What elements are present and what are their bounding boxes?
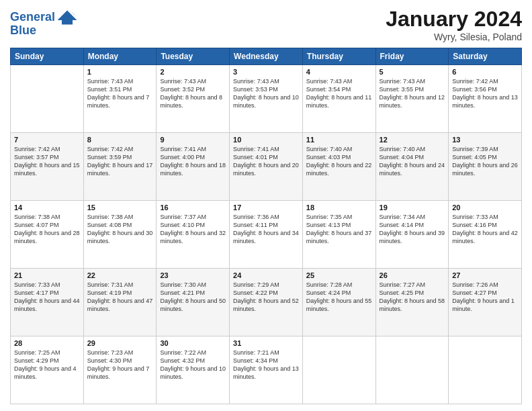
cell-3-6: 27 Sunrise: 7:26 AM Sunset: 4:27 PM Dayl… [449,269,522,336]
cell-0-3: 3 Sunrise: 7:43 AM Sunset: 3:53 PM Dayli… [230,65,303,133]
day-number: 25 [306,271,372,279]
sunrise-text: Sunrise: 7:37 AM [160,213,226,221]
sunrise-text: Sunrise: 7:42 AM [87,145,153,153]
sunset-text: Sunset: 3:53 PM [233,85,299,93]
daylight-text: Daylight: 8 hours and 52 minutes. [233,297,299,313]
sunset-text: Sunset: 4:17 PM [14,289,80,297]
cell-2-4: 18 Sunrise: 7:35 AM Sunset: 4:13 PM Dayl… [302,201,375,269]
daylight-text: Daylight: 8 hours and 15 minutes. [14,161,80,177]
sunrise-text: Sunrise: 7:40 AM [380,145,445,153]
cell-0-2: 2 Sunrise: 7:43 AM Sunset: 3:52 PM Dayli… [157,65,230,133]
sunset-text: Sunset: 4:08 PM [87,221,153,229]
day-info: Sunrise: 7:23 AM Sunset: 4:30 PM Dayligh… [87,349,153,381]
sunrise-text: Sunrise: 7:30 AM [160,281,226,289]
day-info: Sunrise: 7:36 AM Sunset: 4:11 PM Dayligh… [233,213,299,246]
cell-2-3: 17 Sunrise: 7:36 AM Sunset: 4:11 PM Dayl… [230,201,303,269]
sunrise-text: Sunrise: 7:42 AM [14,145,80,153]
daylight-text: Daylight: 8 hours and 34 minutes. [233,229,299,245]
sunset-text: Sunset: 4:01 PM [233,153,299,161]
cell-2-1: 15 Sunrise: 7:38 AM Sunset: 4:08 PM Dayl… [83,201,157,269]
sunset-text: Sunset: 4:04 PM [380,153,445,161]
header-friday: Friday [375,48,449,65]
day-info: Sunrise: 7:21 AM Sunset: 4:34 PM Dayligh… [233,349,299,381]
header-monday: Monday [83,48,157,65]
daylight-text: Daylight: 9 hours and 7 minutes. [87,365,153,381]
week-row-3: 21 Sunrise: 7:33 AM Sunset: 4:17 PM Dayl… [11,269,522,336]
cell-4-6 [449,336,522,404]
cell-4-4 [302,336,375,404]
sunrise-text: Sunrise: 7:34 AM [380,213,445,221]
sunset-text: Sunset: 3:56 PM [452,85,518,93]
day-number: 3 [233,68,299,76]
sunrise-text: Sunrise: 7:35 AM [306,213,372,221]
sunrise-text: Sunrise: 7:28 AM [306,281,372,289]
cell-4-1: 29 Sunrise: 7:23 AM Sunset: 4:30 PM Dayl… [83,336,157,404]
cell-0-0 [11,65,84,133]
day-number: 17 [233,203,299,212]
sunset-text: Sunset: 4:07 PM [14,221,80,229]
cell-1-5: 12 Sunrise: 7:40 AM Sunset: 4:04 PM Dayl… [375,133,449,201]
day-number: 5 [380,68,445,76]
sunset-text: Sunset: 4:11 PM [233,221,299,229]
daylight-text: Daylight: 8 hours and 18 minutes. [160,161,226,177]
day-number: 27 [452,271,518,279]
day-info: Sunrise: 7:35 AM Sunset: 4:13 PM Dayligh… [306,213,372,246]
daylight-text: Daylight: 8 hours and 12 minutes. [380,93,445,109]
sunset-text: Sunset: 4:13 PM [306,221,372,229]
logo-icon [56,7,78,28]
day-info: Sunrise: 7:28 AM Sunset: 4:24 PM Dayligh… [306,281,372,314]
location: Wyry, Silesia, Poland [386,32,522,42]
day-number: 28 [14,339,80,347]
sunrise-text: Sunrise: 7:43 AM [380,77,445,85]
title-block: January 2024 Wyry, Silesia, Poland [386,7,522,42]
sunrise-text: Sunrise: 7:23 AM [87,349,153,357]
sunrise-text: Sunrise: 7:26 AM [452,281,518,289]
day-number: 30 [160,339,226,347]
cell-0-4: 4 Sunrise: 7:43 AM Sunset: 3:54 PM Dayli… [302,65,375,133]
sunrise-text: Sunrise: 7:41 AM [233,145,299,153]
cell-3-5: 26 Sunrise: 7:27 AM Sunset: 4:25 PM Dayl… [375,269,449,336]
sunset-text: Sunset: 4:22 PM [233,289,299,297]
sunset-text: Sunset: 4:27 PM [452,289,518,297]
day-number: 10 [233,136,299,144]
daylight-text: Daylight: 8 hours and 42 minutes. [452,229,518,245]
sunrise-text: Sunrise: 7:38 AM [14,213,80,221]
sunset-text: Sunset: 4:29 PM [14,357,80,365]
day-info: Sunrise: 7:33 AM Sunset: 4:17 PM Dayligh… [14,281,80,314]
sunrise-text: Sunrise: 7:33 AM [452,213,518,221]
sunset-text: Sunset: 4:19 PM [87,289,153,297]
sunrise-text: Sunrise: 7:39 AM [452,145,518,153]
day-number: 11 [306,136,372,144]
month-title: January 2024 [386,7,522,32]
day-number: 6 [452,68,518,76]
sunset-text: Sunset: 3:51 PM [87,85,153,93]
day-number: 12 [380,136,445,144]
cell-3-3: 24 Sunrise: 7:29 AM Sunset: 4:22 PM Dayl… [230,269,303,336]
cell-4-5 [375,336,449,404]
day-number: 22 [87,271,153,279]
cell-0-5: 5 Sunrise: 7:43 AM Sunset: 3:55 PM Dayli… [375,65,449,133]
day-info: Sunrise: 7:42 AM Sunset: 3:59 PM Dayligh… [87,145,153,178]
cell-4-3: 31 Sunrise: 7:21 AM Sunset: 4:34 PM Dayl… [230,336,303,404]
daylight-text: Daylight: 8 hours and 47 minutes. [87,297,153,313]
daylight-text: Daylight: 8 hours and 8 minutes. [160,93,226,109]
cell-4-2: 30 Sunrise: 7:22 AM Sunset: 4:32 PM Dayl… [157,336,230,404]
sunset-text: Sunset: 4:10 PM [160,221,226,229]
cell-1-0: 7 Sunrise: 7:42 AM Sunset: 3:57 PM Dayli… [11,133,84,201]
day-info: Sunrise: 7:43 AM Sunset: 3:55 PM Dayligh… [380,77,445,110]
daylight-text: Daylight: 8 hours and 11 minutes. [306,93,372,109]
daylight-text: Daylight: 8 hours and 20 minutes. [233,161,299,177]
cell-0-6: 6 Sunrise: 7:42 AM Sunset: 3:56 PM Dayli… [449,65,522,133]
daylight-text: Daylight: 8 hours and 30 minutes. [87,229,153,245]
sunset-text: Sunset: 3:57 PM [14,153,80,161]
sunset-text: Sunset: 3:54 PM [306,85,372,93]
day-number: 23 [160,271,226,279]
daylight-text: Daylight: 8 hours and 58 minutes. [380,297,445,313]
logo-text: General [10,11,55,24]
sunset-text: Sunset: 4:16 PM [452,221,518,229]
sunrise-text: Sunrise: 7:22 AM [160,349,226,357]
cell-0-1: 1 Sunrise: 7:43 AM Sunset: 3:51 PM Dayli… [83,65,157,133]
daylight-text: Daylight: 8 hours and 17 minutes. [87,161,153,177]
sunrise-text: Sunrise: 7:38 AM [87,213,153,221]
day-number: 13 [452,136,518,144]
